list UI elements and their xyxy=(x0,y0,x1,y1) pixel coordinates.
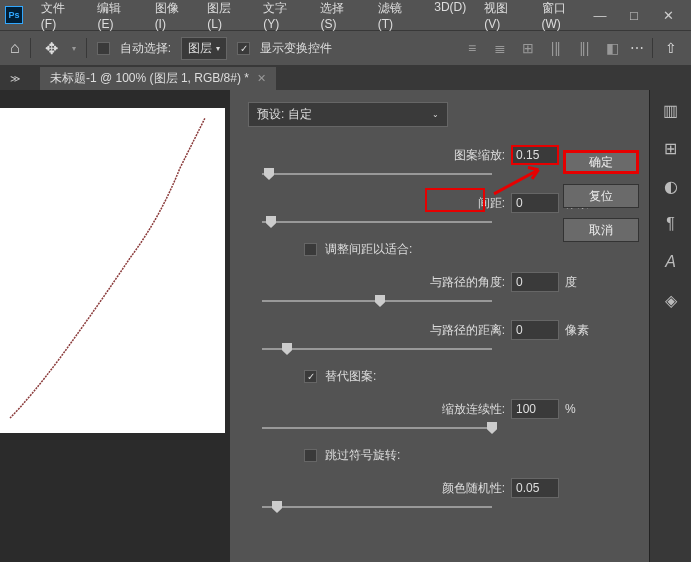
menu-image[interactable]: 图像(I) xyxy=(147,0,198,35)
cancel-button[interactable]: 取消 xyxy=(563,218,639,242)
skip-rotation-checkbox[interactable] xyxy=(304,449,317,462)
maximize-button[interactable]: □ xyxy=(626,8,642,23)
angle-label: 与路径的角度: xyxy=(430,274,505,291)
align-icon-3[interactable]: ⊞ xyxy=(518,38,538,58)
show-transform-checkbox[interactable] xyxy=(237,42,250,55)
canvas[interactable] xyxy=(0,108,225,433)
scale-continuity-slider[interactable] xyxy=(262,427,492,429)
menu-layer[interactable]: 图层(L) xyxy=(199,0,253,35)
window-controls: ― □ ✕ xyxy=(592,8,686,23)
document-tabs: ≫ 未标题-1 @ 100% (图层 1, RGB/8#) * ✕ xyxy=(0,66,691,90)
character-icon[interactable]: A xyxy=(661,252,681,272)
canvas-area xyxy=(0,90,230,562)
menu-edit[interactable]: 编辑(E) xyxy=(89,0,144,35)
layers-icon[interactable]: ◈ xyxy=(661,290,681,310)
pattern-scale-slider[interactable] xyxy=(262,173,492,175)
angle-slider[interactable] xyxy=(262,300,492,302)
alt-pattern-label: 替代图案: xyxy=(325,368,376,385)
skip-rotation-label: 跳过符号旋转: xyxy=(325,447,400,464)
share-icon[interactable]: ⇧ xyxy=(661,38,681,58)
right-panel-dock: ▥ ⊞ ◐ ¶ A ◈ xyxy=(649,90,691,562)
document-tab-title: 未标题-1 @ 100% (图层 1, RGB/8#) * xyxy=(50,70,249,87)
auto-select-label: 自动选择: xyxy=(120,40,171,57)
scale-continuity-unit: % xyxy=(565,402,593,416)
auto-select-dropdown[interactable]: 图层▾ xyxy=(181,37,227,60)
histogram-icon[interactable]: ▥ xyxy=(661,100,681,120)
align-icon-2[interactable]: ≣ xyxy=(490,38,510,58)
color-icon[interactable]: ◐ xyxy=(661,176,681,196)
main-menu: 文件(F) 编辑(E) 图像(I) 图层(L) 文字(Y) 选择(S) 滤镜(T… xyxy=(33,0,592,35)
color-randomness-label: 颜色随机性: xyxy=(442,480,505,497)
home-icon[interactable]: ⌂ xyxy=(10,39,20,57)
titlebar: Ps 文件(F) 编辑(E) 图像(I) 图层(L) 文字(Y) 选择(S) 滤… xyxy=(0,0,691,30)
menu-3d[interactable]: 3D(D) xyxy=(426,0,474,35)
reset-button[interactable]: 复位 xyxy=(563,184,639,208)
color-randomness-input[interactable] xyxy=(511,478,559,498)
swatches-icon[interactable]: ⊞ xyxy=(661,138,681,158)
adjust-spacing-label: 调整间距以适合: xyxy=(325,241,412,258)
pattern-scale-input[interactable] xyxy=(511,145,559,165)
distribute-icon-2[interactable]: ‖| xyxy=(574,38,594,58)
pattern-scale-label: 图案缩放: xyxy=(454,147,505,164)
menu-type[interactable]: 文字(Y) xyxy=(255,0,310,35)
ok-button[interactable]: 确定 xyxy=(563,150,639,174)
auto-select-checkbox[interactable] xyxy=(97,42,110,55)
close-button[interactable]: ✕ xyxy=(660,8,676,23)
adjust-spacing-checkbox[interactable] xyxy=(304,243,317,256)
alt-pattern-checkbox[interactable] xyxy=(304,370,317,383)
angle-input[interactable] xyxy=(511,272,559,292)
move-tool-icon[interactable]: ✥ xyxy=(41,39,62,58)
menu-window[interactable]: 窗口(W) xyxy=(534,0,593,35)
document-tab[interactable]: 未标题-1 @ 100% (图层 1, RGB/8#) * ✕ xyxy=(40,67,276,90)
distance-slider[interactable] xyxy=(262,348,492,350)
preset-dropdown[interactable]: 预设: 自定 ⌄ xyxy=(248,102,448,127)
spacing-label: 间距: xyxy=(478,195,505,212)
minimize-button[interactable]: ― xyxy=(592,8,608,23)
color-randomness-slider[interactable] xyxy=(262,506,492,508)
scale-continuity-input[interactable] xyxy=(511,399,559,419)
distance-input[interactable] xyxy=(511,320,559,340)
distance-label: 与路径的距离: xyxy=(430,322,505,339)
3d-mode-icon[interactable]: ◧ xyxy=(602,38,622,58)
paragraph-icon[interactable]: ¶ xyxy=(661,214,681,234)
app-logo: Ps xyxy=(5,6,23,24)
spacing-input[interactable] xyxy=(511,193,559,213)
menu-view[interactable]: 视图(V) xyxy=(476,0,531,35)
align-icon-1[interactable]: ≡ xyxy=(462,38,482,58)
menu-filter[interactable]: 滤镜(T) xyxy=(370,0,425,35)
show-transform-label: 显示变换控件 xyxy=(260,40,332,57)
scale-continuity-label: 缩放连续性: xyxy=(442,401,505,418)
brush-stroke xyxy=(0,108,225,433)
menu-select[interactable]: 选择(S) xyxy=(312,0,367,35)
angle-unit: 度 xyxy=(565,274,593,291)
expand-panels-icon[interactable]: ≫ xyxy=(10,73,20,84)
options-toolbar: ⌂ ✥ ▾ 自动选择: 图层▾ 显示变换控件 ≡ ≣ ⊞ |‖ ‖| ◧ ⋯ ⇧ xyxy=(0,30,691,66)
distance-unit: 像素 xyxy=(565,322,593,339)
close-tab-icon[interactable]: ✕ xyxy=(257,72,266,85)
spacing-slider[interactable] xyxy=(262,221,492,223)
menu-file[interactable]: 文件(F) xyxy=(33,0,88,35)
distribute-icon-1[interactable]: |‖ xyxy=(546,38,566,58)
